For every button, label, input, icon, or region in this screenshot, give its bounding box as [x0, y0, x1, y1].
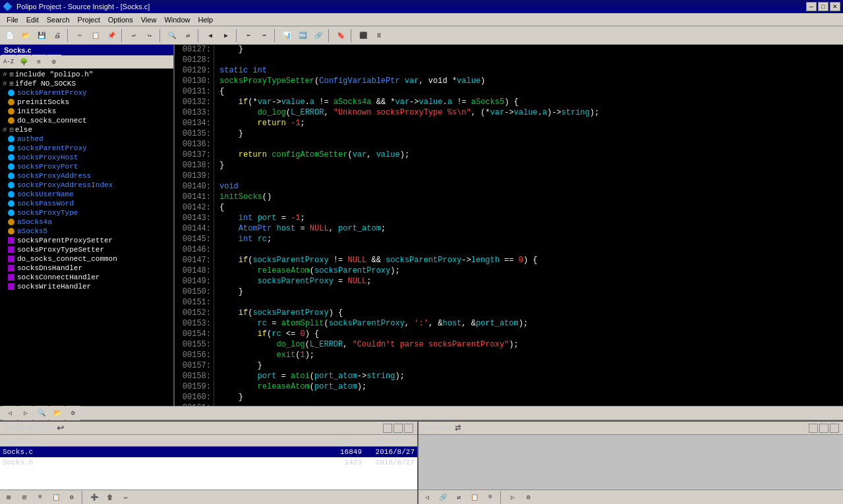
symbol-item-socksParentProxySetter[interactable]: socksParentProxySetter	[0, 236, 173, 245]
rp-minimize[interactable]: ─	[819, 424, 828, 433]
pp-tb-edit[interactable]: ✏	[119, 490, 133, 505]
symbol-item-authed[interactable]: authed	[0, 134, 173, 144]
project-link-icon: ↩	[57, 423, 64, 433]
menu-window[interactable]: Window	[160, 14, 194, 25]
tb-bookmark[interactable]: 🔖	[334, 28, 348, 43]
symbol-item-socksProxyTypeSetter[interactable]: socksProxyTypeSetter	[0, 245, 173, 254]
symbol-item-socksProxyAddress[interactable]: socksProxyAddress	[0, 171, 173, 181]
symbol-item-preinitSocks[interactable]: preinitSocks	[0, 98, 173, 107]
tb-redo[interactable]: ↪	[142, 28, 157, 43]
code-line-144: 00144: AtomPtr host = NULL, port_atom;	[175, 224, 843, 235]
tb-stop[interactable]: ⬛	[356, 28, 370, 43]
dot-icon6	[8, 145, 15, 152]
close-button[interactable]: ✕	[830, 2, 840, 11]
tb-browse-back[interactable]: ⬅	[241, 28, 256, 43]
symbol-item-sockspp2[interactable]: socksParentProxy	[0, 144, 173, 153]
file-mod-socks-c: 2016/8/27	[362, 448, 415, 456]
symbol-item-aSocks5[interactable]: aSocks5	[0, 227, 173, 236]
pp-tb-1[interactable]: ▤	[1, 490, 16, 505]
pp-tb-2[interactable]: ⊞	[17, 490, 32, 505]
rp-close[interactable]: ✕	[830, 424, 839, 433]
menu-help[interactable]: Help	[194, 14, 218, 25]
file-row-socks-h[interactable]: Socks.h 1423 2016/8/27	[0, 457, 417, 468]
pp-close[interactable]: ✕	[404, 424, 413, 433]
rp-tb-4[interactable]: 📋	[467, 490, 482, 505]
pp-sep	[82, 491, 84, 504]
rp-restore[interactable]: ▭	[809, 424, 818, 433]
symbol-item-socksPassWord[interactable]: socksPassWord	[0, 199, 173, 208]
rp-tb-7[interactable]: ⚙	[521, 490, 536, 505]
rp-tb-2[interactable]: 🔗	[436, 490, 450, 505]
menu-search[interactable]: Search	[43, 14, 74, 25]
symbol-item-ifdef[interactable]: # ⊞ ifdef NO_SOCKS	[0, 79, 173, 88]
menu-edit[interactable]: Edit	[22, 14, 43, 25]
symbol-item-else[interactable]: # ⊟ else	[0, 125, 173, 134]
symbol-item-do-socks-connect[interactable]: do_socks_connect	[0, 116, 173, 125]
bt-4[interactable]: 📂	[50, 406, 65, 420]
sym-tree[interactable]: 🌳	[16, 55, 31, 69]
rp-tb-6[interactable]: ▷	[506, 490, 520, 505]
menu-view[interactable]: View	[137, 14, 161, 25]
main-area: Socks.c A-Z 🌳 ≡ ⚙ # ⊞ include "polipo.h"…	[0, 45, 843, 406]
sym-options[interactable]: ⚙	[47, 55, 61, 69]
bt-3[interactable]: 🔍	[34, 406, 49, 420]
symbol-item-socksProxyHost[interactable]: socksProxyHost	[0, 153, 173, 162]
menu-options[interactable]: Options	[104, 14, 137, 25]
symbol-item-socksUserName[interactable]: socksUserName	[0, 190, 173, 199]
file-row-socks-c[interactable]: Socks.c 16849 2016/8/27	[0, 447, 417, 457]
tb-search[interactable]: 🔍	[165, 28, 179, 43]
pp-tb-remove[interactable]: 🗑	[103, 490, 117, 505]
pp-minimize[interactable]: ─	[393, 424, 403, 433]
tb-copy[interactable]: 📋	[88, 28, 103, 43]
tb-save[interactable]: 💾	[34, 28, 49, 43]
code-line-148: 00148: releaseAtom(socksParentProxy);	[175, 266, 843, 277]
tb-proj[interactable]: 📊	[279, 28, 294, 43]
pp-tb-5[interactable]: ⚙	[65, 490, 79, 505]
sym-az-sort[interactable]: A-Z	[1, 55, 16, 69]
minimize-button[interactable]: ─	[806, 2, 817, 11]
tb-open[interactable]: 📂	[18, 28, 33, 43]
sym-filter[interactable]: ≡	[32, 55, 46, 69]
rp-tb-3[interactable]: ⇄	[451, 490, 466, 505]
tb-replace[interactable]: ⇄	[181, 28, 195, 43]
tb-undo[interactable]: ↩	[127, 28, 141, 43]
tb-print[interactable]: 🖨	[50, 28, 65, 43]
menu-project[interactable]: Project	[74, 14, 104, 25]
symbol-item-socksProxyPort[interactable]: socksProxyPort	[0, 162, 173, 171]
code-line-133: 00133: do_log(L_ERROR, "Unknown socksPro…	[175, 108, 843, 119]
symbol-item-aSocks4a[interactable]: aSocks4a	[0, 217, 173, 227]
tb-new[interactable]: 📄	[3, 28, 17, 43]
pp-restore[interactable]: ▭	[383, 424, 392, 433]
bt-5[interactable]: ⚙	[66, 406, 80, 420]
tb-paste[interactable]: 📌	[104, 28, 119, 43]
bt-1[interactable]: ◁	[3, 406, 17, 420]
tb-browse-fwd[interactable]: ➡	[257, 28, 272, 43]
symbol-item-do-socks-connect-common[interactable]: do_socks_connect_common	[0, 254, 173, 264]
pp-tb-add[interactable]: ➕	[87, 490, 102, 505]
code-scroll[interactable]: 00127: } 00128: 00129: static int 00130:…	[175, 45, 843, 406]
tb-pause[interactable]: ⏸	[372, 28, 386, 43]
symbol-item-initSocks[interactable]: initSocks	[0, 107, 173, 116]
tb-rel[interactable]: 🔗	[311, 28, 326, 43]
menu-file[interactable]: File	[3, 14, 22, 25]
symbol-item-socksProxyAddressIndex[interactable]: socksProxyAddressIndex	[0, 181, 173, 190]
pp-tb-4[interactable]: 📋	[49, 490, 63, 505]
symbol-item-socksParentProxy[interactable]: socksParentProxy	[0, 88, 173, 98]
tb-forward[interactable]: ▶	[219, 28, 233, 43]
rp-tb-1[interactable]: ◁	[420, 490, 434, 505]
rp-tb-5[interactable]: ≡	[483, 490, 498, 505]
symbol-item-socksConnectHandler[interactable]: socksConnectHandler	[0, 273, 173, 282]
bt-2[interactable]: ▷	[18, 406, 33, 420]
tb-back[interactable]: ◀	[203, 28, 218, 43]
code-content: 00127: } 00128: 00129: static int 00130:…	[175, 45, 843, 406]
pp-tb-3[interactable]: ≡	[33, 490, 47, 505]
code-line-142: 00142: {	[175, 203, 843, 213]
tb-sym[interactable]: 🔤	[295, 28, 310, 43]
tb-cut[interactable]: ✂	[73, 28, 87, 43]
maximize-button[interactable]: □	[818, 2, 828, 11]
symbol-item-socksDnsHandler[interactable]: socksDnsHandler	[0, 264, 173, 273]
code-editor[interactable]: 00127: } 00128: 00129: static int 00130:…	[175, 45, 843, 406]
symbol-item-include[interactable]: # ⊞ include "polipo.h"	[0, 70, 173, 79]
symbol-item-socksWriteHandler[interactable]: socksWriteHandler	[0, 282, 173, 291]
symbol-item-socksProxyType[interactable]: socksProxyType	[0, 208, 173, 217]
